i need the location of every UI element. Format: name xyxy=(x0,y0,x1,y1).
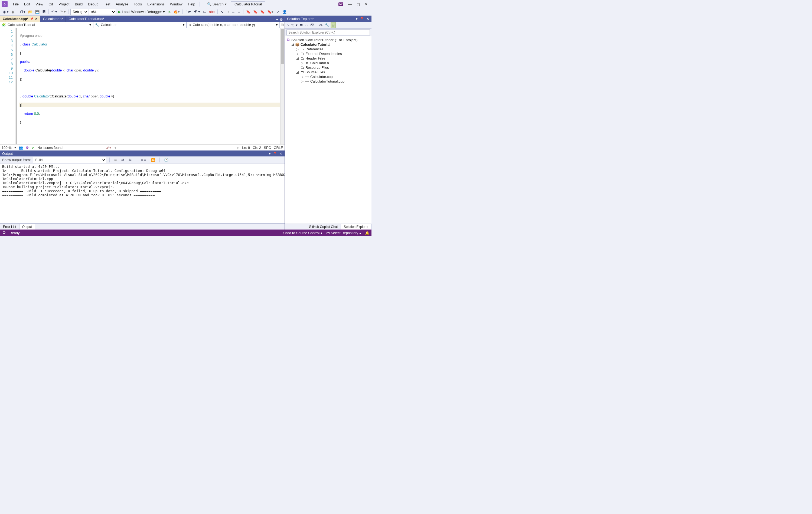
tab-dropdown-icon[interactable]: ▾ xyxy=(276,18,278,22)
select-repository[interactable]: 🗃 Select Repository ▴ xyxy=(326,231,361,235)
tab-settings-icon[interactable]: ⚙ xyxy=(280,18,283,22)
tab-calculator-h[interactable]: Calculator.h* xyxy=(40,16,66,22)
output-clear-icon[interactable]: ≋ xyxy=(113,157,118,162)
menu-view[interactable]: View xyxy=(33,1,46,7)
pin-icon[interactable]: 📌 xyxy=(30,17,33,20)
indent-icon[interactable]: ≣ xyxy=(231,9,236,14)
code-text[interactable]: #pragma once ⌄class Calculator { public:… xyxy=(16,28,280,144)
open-icon[interactable]: 📂 xyxy=(27,9,34,14)
warning-indicator-icon[interactable]: ⚙ xyxy=(26,146,29,150)
output-toggle-icon[interactable]: 🔀 xyxy=(150,157,156,162)
output-source-select[interactable]: Build xyxy=(33,157,106,163)
search-box[interactable]: 🔍 Search ▾ xyxy=(205,2,229,7)
start-debugging-button[interactable]: ▶ Local Windows Debugger ▾ xyxy=(116,9,167,14)
notifications-icon[interactable]: 🔔 xyxy=(365,231,369,235)
menu-extensions[interactable]: Extensions xyxy=(145,1,167,7)
menu-test[interactable]: Test xyxy=(101,1,113,7)
menu-analyze[interactable]: Analyze xyxy=(113,1,131,7)
close-icon[interactable]: ✕ xyxy=(365,2,368,6)
class-select[interactable]: 🔧 Calculator▾ xyxy=(93,22,186,28)
solution-search-input[interactable] xyxy=(287,30,370,35)
abc-icon[interactable]: abc xyxy=(208,9,216,14)
output-clock-icon[interactable]: 🕐 xyxy=(163,157,170,162)
tab-copilot-chat[interactable]: GitHub Copilot Chat xyxy=(306,224,341,230)
maximize-icon[interactable]: ▢ xyxy=(356,2,360,6)
solution-root[interactable]: ⧉Solution 'CalculatorTutorial' (1 of 1 p… xyxy=(285,37,372,42)
menu-window[interactable]: Window xyxy=(167,1,185,7)
tab-calculatortutorial-cpp[interactable]: CalculatorTutorial.cpp* xyxy=(66,16,107,22)
se-views-icon[interactable]: '⊙ ▾ xyxy=(290,23,298,28)
config-select[interactable]: Debug xyxy=(70,9,88,15)
zoom-level[interactable]: 100 % xyxy=(2,146,12,150)
project-node[interactable]: ◢📦CalculatorTutorial xyxy=(285,42,372,47)
nav-right-icon[interactable]: ▸ xyxy=(237,146,239,150)
output-close-icon[interactable]: ✕ xyxy=(280,152,282,156)
tree-resource-files[interactable]: 🗀Resource Files xyxy=(285,65,372,70)
tab-output[interactable]: Output xyxy=(19,224,35,230)
add-source-control[interactable]: ↑ Add to Source Control ▴ xyxy=(282,231,322,235)
se-close-icon[interactable]: ✕ xyxy=(366,17,369,21)
code-editor[interactable]: 123456789101112 #pragma once ⌄class Calc… xyxy=(0,28,285,144)
window-layout-icon[interactable]: 🗗 ▾ xyxy=(193,9,201,14)
menu-help[interactable]: Help xyxy=(185,1,198,7)
menu-project[interactable]: Project xyxy=(56,1,72,7)
output-wrap-icon[interactable]: ⇄ xyxy=(120,157,125,162)
account-icon[interactable]: 👤 xyxy=(281,9,288,14)
solution-tree[interactable]: ⧉Solution 'CalculatorTutorial' (1 of 1 p… xyxy=(285,36,372,223)
outdent-icon[interactable]: ≣ xyxy=(236,9,241,14)
tree-references[interactable]: ▷▭References xyxy=(285,47,372,52)
menu-build[interactable]: Build xyxy=(72,1,85,7)
menu-git[interactable]: Git xyxy=(46,1,56,7)
se-pin-icon[interactable]: 📍 xyxy=(360,17,364,21)
close-tab-icon[interactable]: ✕ xyxy=(35,17,37,21)
se-collapse-icon[interactable]: ▭ xyxy=(304,23,309,28)
tree-source-files[interactable]: ◢🗀Source Files xyxy=(285,70,372,74)
se-dropdown-icon[interactable]: ▾ xyxy=(356,17,358,21)
se-sync-icon[interactable]: 🗗 xyxy=(310,23,315,28)
output-pin-icon[interactable]: 📍 xyxy=(273,152,277,156)
se-switch-icon[interactable]: ⇆ xyxy=(299,23,303,28)
scope-select[interactable]: 🧩 CalculatorTutorial▾ xyxy=(0,22,93,28)
tree-calculator-cpp[interactable]: ▷++Calculator.cpp xyxy=(285,74,372,79)
step-into-icon[interactable]: ↘ xyxy=(219,9,225,14)
split-editor-icon[interactable]: ⊞ xyxy=(280,22,285,28)
se-preview-icon[interactable]: ⊟ xyxy=(330,22,336,28)
platform-select[interactable]: x64 xyxy=(89,9,116,15)
new-project-icon[interactable]: 🗇▾ xyxy=(19,9,27,14)
vertical-scrollbar[interactable] xyxy=(280,28,285,144)
brush-icon[interactable]: 🖌▾ xyxy=(106,146,111,150)
menu-tools[interactable]: Tools xyxy=(131,1,145,7)
save-icon[interactable]: 💾 xyxy=(34,9,40,14)
se-code-icon[interactable]: <> xyxy=(318,23,324,28)
menu-edit[interactable]: Edit xyxy=(21,1,33,7)
output-wrap2-icon[interactable]: ⇆ xyxy=(127,157,133,162)
tab-solution-explorer[interactable]: Solution Explorer xyxy=(341,224,372,230)
function-select[interactable]: ⊕ Calculate(double x, char oper, double … xyxy=(186,22,280,28)
minimize-icon[interactable]: — xyxy=(348,2,352,6)
output-dropdown-icon[interactable]: ▾ xyxy=(269,152,271,156)
tab-error-list[interactable]: Error List xyxy=(0,224,19,230)
save-all-icon[interactable]: 🖪 xyxy=(41,9,47,14)
se-home-icon[interactable]: ⌂ xyxy=(286,23,290,28)
menu-file[interactable]: File xyxy=(10,1,21,7)
undo-icon[interactable]: ↶ ▾ xyxy=(50,9,58,14)
file-browser-icon[interactable]: 🗀▾ xyxy=(184,9,192,14)
side-bottom-tabs: GitHub Copilot Chat Solution Explorer xyxy=(285,223,372,230)
error-indicator-icon[interactable]: 👥 xyxy=(19,146,23,150)
main-toolbar: ◉ ▾ ◉ 🗇▾ 📂 💾 🖪 ↶ ▾ ↷ ▾ Debug x64 ▶ Local… xyxy=(0,8,372,16)
tree-calculator-h[interactable]: ▷hCalculator.h xyxy=(285,61,372,65)
se-wrench-icon[interactable]: 🔧 xyxy=(324,23,330,28)
output-text[interactable]: Build started at 4:20 PM... 1>------ Bui… xyxy=(0,163,285,223)
tree-external-dependencies[interactable]: ▷🗀External Dependencies xyxy=(285,52,372,56)
tree-calculatortutorial-cpp[interactable]: ▷++CalculatorTutorial.cpp xyxy=(285,79,372,84)
start-without-debugging-icon[interactable]: ▷ xyxy=(167,9,172,14)
share-icon[interactable]: ↗ xyxy=(276,9,281,14)
back-nav-icon[interactable]: ◉ ▾ xyxy=(2,9,10,14)
tag-icon[interactable]: 🏷 xyxy=(202,9,207,14)
bookmark-icon[interactable]: 🔖 xyxy=(245,9,252,14)
nav-left-icon[interactable]: ◂ xyxy=(114,146,116,150)
tree-header-files[interactable]: ◢🗀Header Files xyxy=(285,56,372,61)
menu-debug[interactable]: Debug xyxy=(85,1,101,7)
tab-calculator-cpp[interactable]: Calculator.cpp*📌✕ xyxy=(0,16,40,22)
output-clear2-icon[interactable]: ✕≣ xyxy=(140,157,148,162)
